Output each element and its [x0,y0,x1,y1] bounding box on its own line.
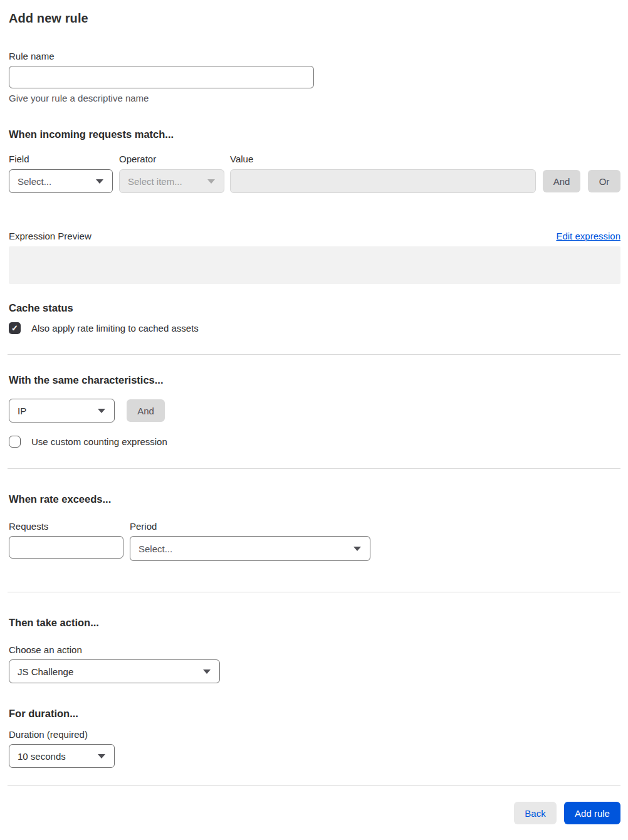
divider [8,468,620,469]
characteristics-heading: With the same characteristics... [9,373,620,387]
rule-name-input[interactable] [9,66,314,88]
value-input [230,169,536,193]
action-select[interactable]: JS Challenge [9,659,220,683]
duration-select-value: 10 seconds [18,751,66,762]
rule-name-helper: Give your rule a descriptive name [9,93,620,103]
operator-select-value: Select item... [128,176,182,187]
requests-input[interactable] [9,536,123,559]
footer-actions: Back Add rule [9,802,620,824]
action-label: Choose an action [9,643,620,656]
value-label: Value [230,152,536,165]
add-characteristic-button[interactable]: And [127,399,165,422]
requests-label: Requests [9,520,123,533]
chevron-down-icon [98,754,105,759]
expression-preview-box [9,246,620,284]
operator-label: Operator [119,152,224,165]
chevron-down-icon [203,669,211,674]
operator-select: Select item... [119,169,224,193]
characteristic-select-value: IP [18,406,26,416]
action-section-heading: Then take action... [9,616,620,629]
field-select-value: Select... [18,176,51,187]
add-rule-form: Add new rule Rule name Give your rule a … [0,11,628,840]
chevron-down-icon [96,179,103,184]
check-icon: ✓ [11,324,18,332]
counting-expression-checkbox[interactable] [9,436,21,448]
counting-expression-checkbox-row: Use custom counting expression [9,436,620,448]
expression-preview-row: Expression Preview Edit expression [9,229,620,243]
add-rule-button[interactable]: Add rule [564,802,620,824]
counting-expression-checkbox-label: Use custom counting expression [31,436,167,447]
divider [8,785,620,786]
cache-status-checkbox-row: ✓ Also apply rate limiting to cached ass… [9,322,620,334]
duration-label: Duration (required) [9,728,620,741]
cached-assets-checkbox[interactable]: ✓ [9,322,21,334]
divider [8,592,620,592]
page-title: Add new rule [9,11,620,26]
edit-expression-link[interactable]: Edit expression [556,231,620,241]
back-button[interactable]: Back [514,802,557,824]
and-condition-button[interactable]: And [543,170,580,192]
rule-name-label: Rule name [9,50,620,63]
match-builder-row: Field Select... Operator Select item... … [9,152,620,193]
chevron-down-icon [353,547,361,551]
or-condition-button[interactable]: Or [588,170,620,192]
rate-section-heading: When rate exceeds... [9,492,620,506]
field-label: Field [9,152,113,165]
period-select-value: Select... [139,543,172,554]
expression-preview-label: Expression Preview [9,229,92,243]
action-select-value: JS Challenge [18,666,73,677]
characteristic-select[interactable]: IP [9,399,115,423]
cached-assets-checkbox-label: Also apply rate limiting to cached asset… [31,323,199,333]
chevron-down-icon [98,409,105,413]
period-select[interactable]: Select... [130,536,370,561]
chevron-down-icon [207,179,215,184]
rate-row: Requests Period Select... [9,520,620,561]
characteristics-row: IP And [9,399,620,423]
field-select[interactable]: Select... [9,169,113,193]
duration-section-heading: For duration... [9,706,620,720]
period-label: Period [130,520,370,533]
divider [8,354,620,355]
duration-select[interactable]: 10 seconds [9,744,115,768]
match-section-heading: When incoming requests match... [9,127,620,141]
cache-status-heading: Cache status [9,301,620,315]
